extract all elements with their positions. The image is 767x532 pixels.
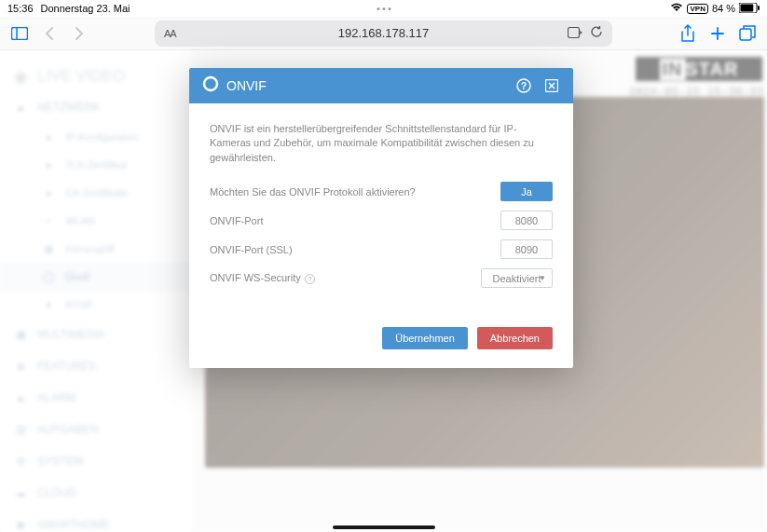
- text-size-icon[interactable]: AA: [164, 28, 176, 39]
- sidebar-toggle-icon[interactable]: [9, 23, 30, 44]
- close-icon[interactable]: [543, 77, 560, 94]
- status-time: 15:36: [7, 3, 34, 14]
- activate-toggle[interactable]: Ja: [500, 182, 553, 201]
- port-input[interactable]: [500, 211, 553, 230]
- submit-button[interactable]: Übernehmen: [382, 327, 468, 349]
- svg-rect-3: [12, 27, 28, 39]
- modal-title: ONVIF: [226, 78, 267, 93]
- ssl-port-label: ONVIF-Port (SSL): [210, 244, 500, 255]
- url-text: 192.168.178.117: [338, 26, 430, 40]
- modal-footer: Übernehmen Abbrechen: [189, 316, 573, 368]
- help-inline-icon[interactable]: ?: [305, 274, 315, 284]
- home-indicator[interactable]: [333, 525, 435, 529]
- port-label: ONVIF-Port: [210, 215, 500, 226]
- multitask-dots: [377, 7, 390, 10]
- modal-header: ONVIF ?: [189, 68, 573, 103]
- wss-select[interactable]: Deaktiviert▼: [481, 268, 553, 288]
- svg-rect-1: [741, 4, 754, 11]
- extension-icon[interactable]: [568, 25, 582, 42]
- status-date: Donnerstag 23. Mai: [41, 3, 130, 14]
- onvif-modal: ONVIF ? ONVIF ist ein herstellerübergrei…: [189, 68, 573, 368]
- back-icon[interactable]: [39, 23, 60, 44]
- wifi-icon: [670, 3, 683, 14]
- svg-rect-6: [740, 29, 751, 40]
- battery-percent: 84 %: [712, 3, 735, 14]
- svg-rect-2: [758, 6, 760, 10]
- reload-icon[interactable]: [590, 25, 603, 42]
- help-icon[interactable]: ?: [515, 77, 532, 94]
- ssl-port-input[interactable]: [500, 239, 553, 259]
- svg-text:?: ?: [521, 81, 527, 91]
- vpn-badge: VPN: [687, 4, 707, 14]
- forward-icon[interactable]: [69, 23, 89, 44]
- chevron-down-icon: ▼: [539, 274, 546, 282]
- wss-label: ONVIF WS-Security?: [210, 272, 481, 284]
- new-tab-icon[interactable]: [707, 23, 728, 44]
- modal-description: ONVIF ist ein herstellerübergreifender S…: [210, 122, 553, 165]
- share-icon[interactable]: [678, 23, 698, 44]
- battery-icon: [739, 3, 760, 15]
- ios-status-bar: 15:36 Donnerstag 23. Mai VPN 84 %: [0, 0, 767, 17]
- activate-label: Möchten Sie das ONVIF Protokoll aktivier…: [210, 186, 500, 198]
- safari-toolbar: AA 192.168.178.117: [0, 17, 767, 50]
- svg-point-7: [204, 77, 217, 90]
- modal-body: ONVIF ist ein herstellerübergreifender S…: [189, 103, 573, 316]
- onvif-header-icon: [202, 75, 219, 96]
- cancel-button[interactable]: Abbrechen: [477, 327, 553, 349]
- svg-rect-5: [568, 27, 580, 37]
- tabs-icon[interactable]: [737, 23, 758, 44]
- url-bar[interactable]: AA 192.168.178.117: [155, 20, 612, 47]
